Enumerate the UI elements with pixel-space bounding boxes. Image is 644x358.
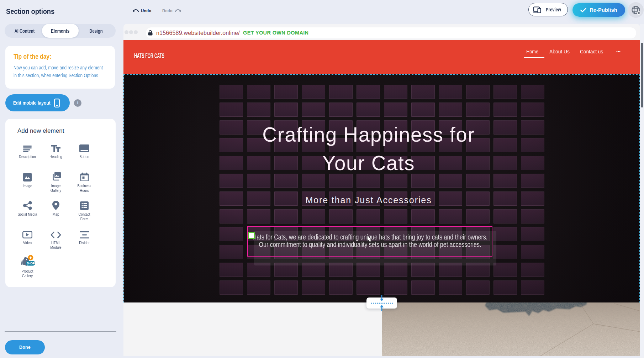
svg-text:SHOP: SHOP bbox=[26, 262, 35, 265]
